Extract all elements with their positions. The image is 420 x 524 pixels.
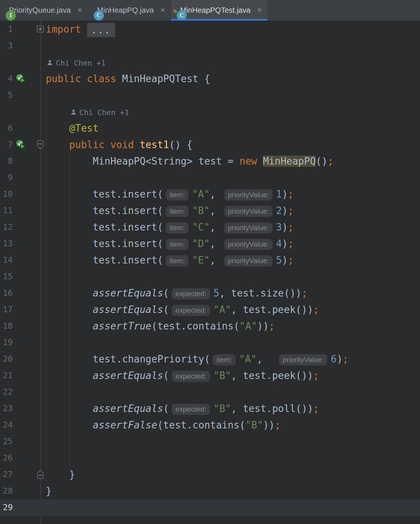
token: test.insert( (46, 255, 163, 266)
fold-gutter (29, 384, 46, 400)
code-author-hint[interactable]: Chi Chen +1 (56, 55, 105, 70)
fold-expand-icon[interactable] (29, 21, 46, 37)
line-number: 17 (0, 301, 13, 318)
fold-gutter (29, 153, 46, 169)
code-line: 8 MinHeapPQ<String> test = new MinHeapPQ… (0, 153, 420, 169)
code-line: 9 (0, 169, 420, 186)
line-number: 1 (0, 21, 13, 37)
tab-close-icon[interactable]: ✕ (257, 7, 262, 13)
token: ) (337, 353, 343, 365)
test-passed-run-icon[interactable] (13, 70, 29, 87)
fold-gutter (29, 301, 46, 318)
code-author-hint[interactable]: Chi Chen +1 (80, 104, 129, 120)
line-number: 9 (0, 169, 13, 186)
token: test.changePriority( (46, 353, 210, 365)
token: "B" (245, 419, 263, 431)
code-text: test.insert(item:"B", priorityValue:2); (46, 202, 420, 219)
code-text: Chi Chen +1 (46, 54, 420, 70)
fold-gutter (29, 70, 46, 87)
line-number: 19 (0, 334, 13, 351)
code-text: Chi Chen +1 (46, 103, 420, 120)
code-line: 19 (0, 334, 420, 351)
fold-gutter (29, 433, 46, 450)
tab-priorityqueue-java[interactable]: IPriorityQueue.java✕ (0, 0, 88, 21)
tab-label: PriorityQueue.java (9, 6, 71, 15)
gutter-spacer (13, 285, 29, 301)
fold-gutter (29, 37, 46, 54)
line-number: 8 (0, 153, 13, 169)
token: ; (288, 255, 294, 266)
token: new (240, 156, 263, 167)
code-line: 15 (0, 268, 420, 285)
folded-imports-region[interactable]: ... (87, 23, 115, 37)
code-line: 14 test.insert(item:"E", priorityValue:5… (0, 252, 420, 268)
gutter-spacer (13, 186, 29, 202)
token: , (210, 238, 221, 249)
token: test1 (140, 139, 169, 150)
line-number: 20 (0, 351, 13, 367)
token: test.insert( (46, 189, 163, 200)
tab-minheappqtest-java[interactable]: CMinHeapPQTest.java✕ (171, 0, 268, 21)
line-number: 26 (0, 450, 13, 466)
token: ( (163, 370, 169, 381)
code-line: 22 (0, 384, 420, 400)
code-text: } (46, 483, 420, 499)
token: ; (288, 238, 294, 249)
token: ) (282, 205, 288, 216)
fold-collapse-end-icon[interactable] (29, 466, 46, 483)
fold-gutter (29, 334, 46, 351)
code-text: assertFalse(test.contains("B")); (46, 417, 420, 433)
token: ( (163, 287, 169, 299)
token: @Test (46, 123, 99, 134)
parameter-hint-pill: priorityValue: (224, 222, 273, 234)
line-number (0, 54, 13, 70)
token: 4 (276, 238, 282, 249)
line-number: 25 (0, 433, 13, 450)
gutter-spacer (13, 103, 29, 120)
token: } (46, 485, 52, 497)
gutter-spacer (13, 169, 29, 186)
line-number: 13 (0, 235, 13, 252)
code-line: 29 (0, 499, 420, 516)
token: , test.size()) (219, 287, 302, 299)
token: import (46, 24, 87, 35)
code-line: 21 assertEquals(expected:"B", test.peek(… (0, 367, 420, 384)
token: ; (313, 403, 319, 414)
token: "B" (192, 205, 210, 216)
token: "A" (240, 320, 257, 332)
token: } (46, 469, 75, 480)
code-line: 23 assertEquals(expected:"B", test.poll(… (0, 400, 420, 417)
gutter-spacer (13, 54, 29, 70)
fold-collapse-start-icon[interactable] (29, 136, 46, 153)
fold-gutter (29, 169, 46, 186)
line-number: 10 (0, 186, 13, 202)
line-number: 7 (0, 136, 13, 153)
gutter-spacer (13, 499, 29, 516)
parameter-hint-pill: expected: (172, 371, 210, 382)
gutter-spacer (13, 235, 29, 252)
gutter-spacer (13, 400, 29, 417)
fold-gutter (29, 202, 46, 219)
gutter-spacer (13, 202, 29, 219)
test-passed-run-icon[interactable] (13, 136, 29, 153)
tab-minheappq-java[interactable]: CMinHeapPQ.java✕ (88, 0, 171, 21)
fold-gutter (29, 450, 46, 466)
fold-gutter (29, 483, 46, 499)
tab-close-icon[interactable]: ✕ (160, 7, 165, 13)
token: () (316, 156, 327, 167)
token: ; (288, 205, 294, 216)
token: "B" (213, 370, 231, 381)
gutter-spacer (13, 21, 29, 37)
editor[interactable]: 1import ...3Chi Chen +14public class Min… (0, 21, 420, 524)
parameter-hint-pill: priorityValue: (224, 255, 273, 266)
code-text (46, 450, 420, 466)
token: 2 (276, 205, 282, 216)
token: , (210, 222, 221, 233)
fold-gutter (29, 417, 46, 433)
token: ( (163, 403, 169, 414)
tab-close-icon[interactable]: ✕ (77, 7, 82, 13)
code-text (46, 87, 420, 103)
token: assertEquals (46, 403, 163, 414)
code-text: } (46, 466, 420, 483)
code-text (46, 433, 420, 450)
